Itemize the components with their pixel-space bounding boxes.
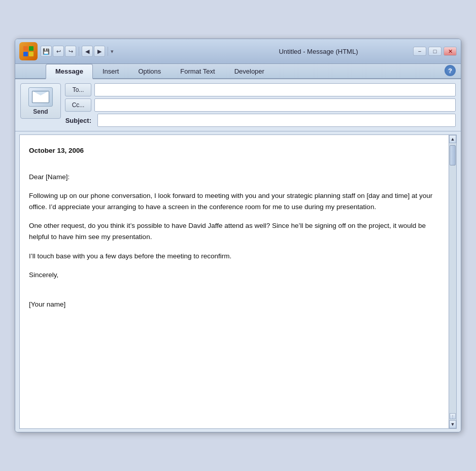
svg-rect-1 [29,46,33,51]
help-button[interactable]: ? [445,65,456,76]
tab-format-text[interactable]: Format Text [171,64,224,78]
envelope-flap [32,91,49,97]
tab-insert[interactable]: Insert [93,64,129,78]
cc-button[interactable]: Cc... [65,98,91,112]
tab-developer[interactable]: Developer [225,64,274,78]
body-wrapper: ⊞ October 13, 2006 Dear [Name]: Followin… [15,131,461,432]
ribbon-tabs: Message Insert Options Format Text Devel… [15,64,461,79]
envelope-body [32,91,49,103]
scroll-track [449,143,456,413]
toolbar-separator [79,47,79,56]
vertical-scrollbar: ▲ ⋮ ▼ [449,134,457,429]
email-paragraph1: Following up on our phone conversation, … [29,190,447,212]
window-controls: − □ ✕ [413,47,457,56]
cc-field[interactable] [94,98,456,112]
quick-access-toolbar: 💾 ↩ ↪ ◀ ▶ ▾ [41,46,224,57]
email-body[interactable]: October 13, 2006 Dear [Name]: Following … [19,134,457,429]
close-button[interactable]: ✕ [444,47,457,56]
scroll-thumb[interactable] [450,145,456,165]
tab-options[interactable]: Options [128,64,171,78]
title-bar: 💾 ↩ ↪ ◀ ▶ ▾ Untitled - Message (HTML) − … [15,39,461,64]
subject-label: Subject: [65,117,91,124]
scroll-dots: ⋮ [450,413,456,419]
svg-rect-3 [29,52,33,56]
office-logo [19,42,38,60]
email-form: Send To... Cc... Subject: [15,79,461,131]
cc-row: Cc... [65,98,456,112]
scroll-up-button[interactable]: ▲ [449,135,456,143]
email-window: 💾 ↩ ↪ ◀ ▶ ▾ Untitled - Message (HTML) − … [15,39,461,432]
maximize-button[interactable]: □ [428,47,441,56]
svg-rect-0 [23,46,28,51]
email-signature: [Your name] [29,299,447,310]
redo-button[interactable]: ↪ [65,46,76,57]
send-button[interactable]: Send [20,83,61,119]
to-field[interactable] [94,83,456,96]
back-button[interactable]: ◀ [82,46,93,57]
email-paragraph3: I’ll touch base with you a few days befo… [29,251,447,262]
svg-rect-2 [23,52,28,56]
email-paragraph2: One other request, do you think it’s pos… [29,220,447,242]
scroll-down-button[interactable]: ▼ [449,420,456,428]
email-closing: Sincerely, [29,270,447,281]
email-date: October 13, 2006 [29,145,447,156]
tab-message[interactable]: Message [46,64,93,79]
send-icon [28,87,53,107]
save-button[interactable]: 💾 [41,46,52,57]
subject-row: Subject: [65,114,456,127]
window-title: Untitled - Message (HTML) [227,48,410,55]
forward-button[interactable]: ▶ [94,46,105,57]
title-dropdown-arrow: ▾ [111,48,114,55]
to-cc-area: To... Cc... Subject: [65,83,456,129]
email-greeting: Dear [Name]: [29,172,447,183]
undo-button[interactable]: ↩ [53,46,64,57]
to-row: To... [65,83,456,96]
subject-field[interactable] [97,114,456,127]
to-button[interactable]: To... [65,83,91,96]
minimize-button[interactable]: − [413,47,426,56]
toolbar-separator2 [108,47,108,56]
send-label: Send [33,108,48,115]
